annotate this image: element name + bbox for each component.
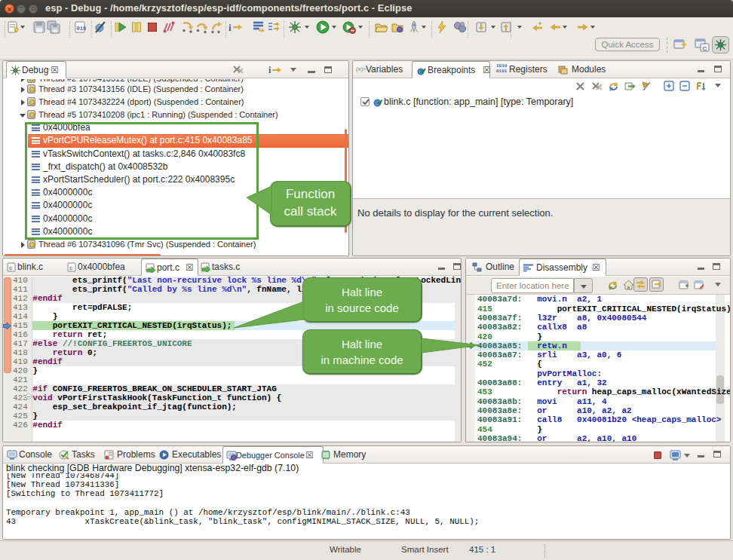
svg-text:c: c bbox=[9, 265, 13, 271]
svg-text:i: i bbox=[268, 65, 271, 75]
svg-text:i: i bbox=[228, 22, 232, 33]
svg-text:c: c bbox=[69, 265, 73, 271]
svg-text:010: 010 bbox=[77, 26, 87, 32]
svg-text:C: C bbox=[703, 45, 707, 52]
